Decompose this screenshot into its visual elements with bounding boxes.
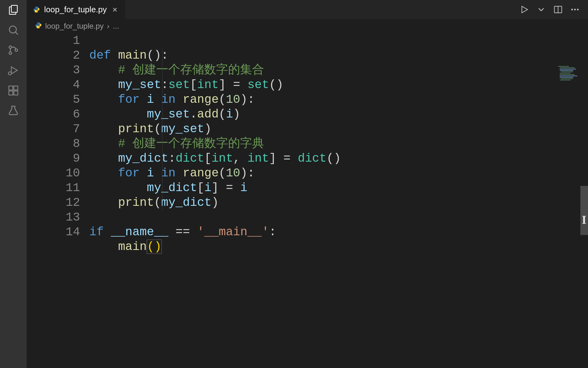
svg-point-20	[577, 9, 579, 10]
line-number: 1	[27, 33, 80, 48]
svg-rect-10	[9, 86, 13, 90]
line-number: 11	[27, 180, 80, 195]
minimap[interactable]	[558, 66, 580, 82]
line-number: 10	[27, 166, 80, 180]
svg-rect-0	[11, 5, 17, 13]
testing-icon[interactable]	[7, 104, 20, 117]
split-editor-icon[interactable]	[553, 5, 563, 14]
code-line: # 创建一个存储数字的集合	[89, 63, 588, 77]
editor-main: loop_for_tuple.py ×	[27, 0, 588, 368]
line-number: 9	[27, 151, 80, 166]
code-line: # 创建一个存储数字的字典	[89, 136, 588, 151]
code-line: my_dict:dict[int, int] = dict()	[89, 151, 588, 166]
line-number: 7	[27, 122, 80, 136]
python-file-icon	[35, 22, 42, 31]
python-file-icon	[33, 6, 40, 13]
svg-marker-6	[11, 67, 17, 74]
tab-actions	[519, 0, 588, 19]
explorer-icon[interactable]	[7, 3, 20, 16]
code-editor[interactable]: 1 2 3 4 5 6 7 8 9 10 11 12 13 14 def mai…	[27, 33, 588, 368]
code-line: my_set.add(i)	[89, 107, 588, 122]
breadcrumb-file: loop_for_tuple.py	[45, 22, 104, 31]
tab-label: loop_for_tuple.py	[44, 5, 107, 14]
run-debug-icon[interactable]	[7, 64, 20, 77]
search-icon[interactable]	[7, 23, 20, 37]
svg-line-2	[15, 32, 18, 34]
text-cursor-icon: I	[582, 213, 586, 227]
line-number-gutter: 1 2 3 4 5 6 7 8 9 10 11 12 13 14	[27, 33, 89, 368]
code-line: print(my_dict)	[89, 195, 588, 210]
code-line: my_dict[i] = i	[89, 180, 588, 195]
code-line	[89, 210, 588, 225]
run-file-icon[interactable]	[519, 5, 529, 14]
source-control-icon[interactable]	[7, 44, 20, 57]
chevron-right-icon: ›	[107, 22, 109, 31]
breadcrumb[interactable]: loop_for_tuple.py › ...	[27, 19, 588, 33]
line-number: 4	[27, 77, 80, 92]
svg-point-5	[15, 49, 17, 51]
more-actions-icon[interactable]	[570, 5, 580, 14]
svg-point-3	[9, 46, 11, 48]
svg-point-19	[574, 9, 576, 10]
tab-bar: loop_for_tuple.py ×	[27, 0, 588, 19]
scrollbar-thumb[interactable]	[580, 186, 588, 235]
line-number: 3	[27, 63, 80, 77]
code-line: main()	[89, 239, 588, 254]
line-number: 6	[27, 107, 80, 122]
svg-rect-12	[14, 91, 18, 95]
line-number: 5	[27, 92, 80, 107]
line-number: 2	[27, 48, 80, 63]
code-line: print(my_set)	[89, 122, 588, 136]
svg-point-18	[571, 9, 573, 10]
svg-point-4	[9, 52, 11, 54]
breadcrumb-tail: ...	[113, 22, 119, 31]
code-line: my_set:set[int] = set()	[89, 77, 588, 92]
line-number: 8	[27, 136, 80, 151]
svg-point-1	[9, 26, 16, 33]
extensions-icon[interactable]	[7, 84, 20, 97]
line-number: 13	[27, 210, 80, 225]
line-number: 14	[27, 225, 80, 239]
line-number: 12	[27, 195, 80, 210]
code-content[interactable]: def main(): # 创建一个存储数字的集合 my_set:set[int…	[89, 33, 588, 368]
activity-bar	[0, 0, 27, 368]
svg-marker-15	[522, 6, 528, 13]
svg-rect-13	[14, 86, 18, 90]
run-dropdown-icon[interactable]	[536, 5, 546, 14]
code-line: for i in range(10):	[89, 92, 588, 107]
code-line: if __name__ == '__main__':	[89, 225, 588, 239]
close-icon[interactable]: ×	[111, 5, 119, 14]
code-line: def main():	[89, 48, 588, 63]
tab-active[interactable]: loop_for_tuple.py ×	[27, 0, 125, 19]
code-line: for i in range(10):	[89, 166, 588, 180]
svg-rect-11	[9, 91, 13, 95]
